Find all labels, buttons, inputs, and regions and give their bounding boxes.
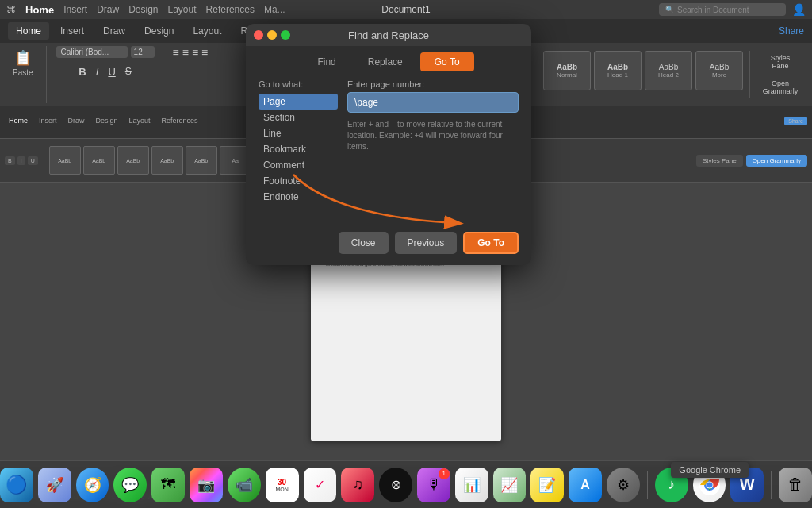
dock-item-maps[interactable]: 🗺 <box>151 468 185 502</box>
tab-goto[interactable]: Go To <box>420 52 474 71</box>
dock-item-notes[interactable]: 📝 <box>530 468 564 502</box>
dock-item-launchpad[interactable]: 🚀 <box>38 468 71 502</box>
strikethrough-button[interactable]: S <box>122 64 135 79</box>
menu-item-design[interactable]: Design <box>128 4 158 15</box>
dock-item-finder[interactable]: 🔵 <box>0 468 33 502</box>
goto-list-footnote[interactable]: Footnote <box>259 173 338 189</box>
goto-list-comment[interactable]: Comment <box>259 157 338 173</box>
ribbon-group-clipboard: 📋 Paste <box>8 46 47 103</box>
tab-draw[interactable]: Draw <box>95 22 133 40</box>
appstore-icon: A <box>580 478 590 492</box>
dock-item-apple-tv[interactable]: ⊛ <box>379 468 412 502</box>
goto-list: Page Section Line Bookmark Comment Footn… <box>259 94 338 205</box>
dock-item-appstore[interactable]: A <box>569 468 602 502</box>
finder-icon: 🔵 <box>6 475 27 495</box>
menu-bar-right: 🔍 Search in Document 👤 <box>659 3 806 16</box>
messages-icon: 💬 <box>121 476 139 494</box>
styles-pane-button[interactable]: Styles Pane <box>756 51 804 73</box>
italic-button[interactable]: I <box>93 64 102 79</box>
goto-list-line[interactable]: Line <box>259 125 338 141</box>
dock-item-facetime[interactable]: 📹 <box>228 468 261 502</box>
dock-item-podcasts[interactable]: 🎙 1 <box>417 468 450 502</box>
enter-page-label: Enter page number: <box>347 79 519 89</box>
bold-button[interactable]: B <box>75 64 89 79</box>
ribbon-group-paragraph: ≡ ≡ ≡ ≡ <box>173 46 217 103</box>
dock-item-photos[interactable]: 📷 <box>190 468 223 502</box>
paste-button[interactable]: 📋 Paste <box>8 46 38 80</box>
dock-item-trash[interactable]: 🗑 <box>779 468 812 502</box>
tab-find[interactable]: Find <box>303 52 350 71</box>
font-size-dropdown[interactable]: 12 <box>131 46 155 58</box>
user-icon[interactable]: 👤 <box>792 3 806 16</box>
dialog-main-row: Go to what: Page Section Line Bookmark C… <box>259 79 519 205</box>
dock-item-system-preferences[interactable]: ⚙ <box>607 468 640 502</box>
window-title: Document1 <box>381 4 430 15</box>
style-heading1[interactable]: AaBb Head 1 <box>594 51 642 90</box>
font-family-dropdown[interactable]: Calibri (Bod... <box>56 46 128 58</box>
tab-design[interactable]: Design <box>136 22 182 40</box>
menu-item-home[interactable]: Home <box>25 4 54 16</box>
goto-list-section[interactable]: Section <box>259 110 338 125</box>
style-normal[interactable]: AaBb Normal <box>543 51 591 90</box>
goto-list-endnote[interactable]: Endnote <box>259 189 338 205</box>
previous-button[interactable]: Previous <box>395 232 458 254</box>
menu-item-draw[interactable]: Draw <box>97 4 119 15</box>
open-grammarly-button[interactable]: Open Grammarly <box>756 76 804 98</box>
menu-item-insert[interactable]: Insert <box>63 4 87 15</box>
dock-item-safari[interactable]: 🧭 <box>76 468 109 502</box>
dock-item-keynote[interactable]: 📊 <box>455 468 488 502</box>
tab-layout[interactable]: Layout <box>185 22 229 40</box>
share-button[interactable]: Share <box>779 25 804 37</box>
svg-point-4 <box>707 482 712 487</box>
dock: 🔵 🚀 🧭 💬 🗺 📷 📹 30 MON ✓ ♫ ⊛ 🎙 1 📊 📈 <box>0 460 812 508</box>
goto-list-page[interactable]: Page <box>259 94 338 110</box>
menu-item-layout[interactable]: Layout <box>168 4 197 15</box>
maximize-button-traffic[interactable] <box>281 30 290 40</box>
maps-icon: 🗺 <box>161 476 175 493</box>
dock-item-reminders[interactable]: ✓ <box>304 468 337 502</box>
dialog-title-bar: Find and Replace <box>246 24 531 46</box>
trash-icon: 🗑 <box>787 475 803 494</box>
align-left-button[interactable]: ≡ <box>173 46 179 59</box>
chrome-icon <box>699 474 721 496</box>
goto-button[interactable]: Go To <box>463 232 519 254</box>
dialog-title-label: Find and Replace <box>348 29 429 41</box>
dock-item-word[interactable]: W <box>730 468 764 502</box>
menu-item-references[interactable]: References <box>206 4 255 15</box>
search-bar[interactable]: 🔍 Search in Document <box>659 3 786 16</box>
dock-item-numbers[interactable]: 📈 <box>493 468 527 502</box>
tab-replace[interactable]: Replace <box>354 52 417 71</box>
dock-item-calendar[interactable]: 30 MON <box>266 468 299 502</box>
close-button-traffic[interactable] <box>254 30 263 40</box>
dock-item-spotify[interactable]: ♪ <box>655 468 688 502</box>
align-right-button[interactable]: ≡ <box>192 46 198 59</box>
podcasts-icon: 🎙 <box>427 476 441 493</box>
tab-home[interactable]: Home <box>8 22 49 40</box>
dialog-body: Go to what: Page Section Line Bookmark C… <box>246 71 531 225</box>
style-heading2[interactable]: AaBb Head 2 <box>645 51 692 90</box>
facetime-icon: 📹 <box>236 476 253 494</box>
justify-button[interactable]: ≡ <box>201 46 208 59</box>
dock-item-chrome[interactable] <box>693 468 726 502</box>
tab-insert[interactable]: Insert <box>52 22 92 40</box>
close-dialog-button[interactable]: Close <box>339 232 389 254</box>
ribbon-group-font: Calibri (Bod... 12 B I U S <box>56 46 163 103</box>
menu-item-more[interactable]: Ma... <box>264 4 285 15</box>
style-more[interactable]: AaBb More <box>695 51 743 90</box>
dock-item-messages[interactable]: 💬 <box>113 468 147 502</box>
keynote-icon: 📊 <box>463 476 481 494</box>
minimize-button-traffic[interactable] <box>267 30 277 40</box>
underline-button[interactable]: U <box>105 64 118 79</box>
dock-separator-2 <box>771 471 772 499</box>
goto-list-bookmark[interactable]: Bookmark <box>259 141 338 157</box>
safari-icon: 🧭 <box>84 476 102 494</box>
dock-item-music[interactable]: ♫ <box>341 468 374 502</box>
find-replace-dialog[interactable]: Find and Replace Find Replace Go To Go t… <box>246 24 531 265</box>
styles-section: AaBb Normal AaBb Head 1 AaBb Head 2 AaBb… <box>543 51 804 98</box>
dialog-hint-text: Enter + and – to move relative to the cu… <box>347 119 519 152</box>
music-icon: ♫ <box>352 476 363 493</box>
reminders-icon: ✓ <box>315 477 325 492</box>
page-number-input[interactable] <box>347 92 519 113</box>
apple-menu[interactable]: ⌘ <box>6 4 16 15</box>
align-center-button[interactable]: ≡ <box>182 46 189 59</box>
